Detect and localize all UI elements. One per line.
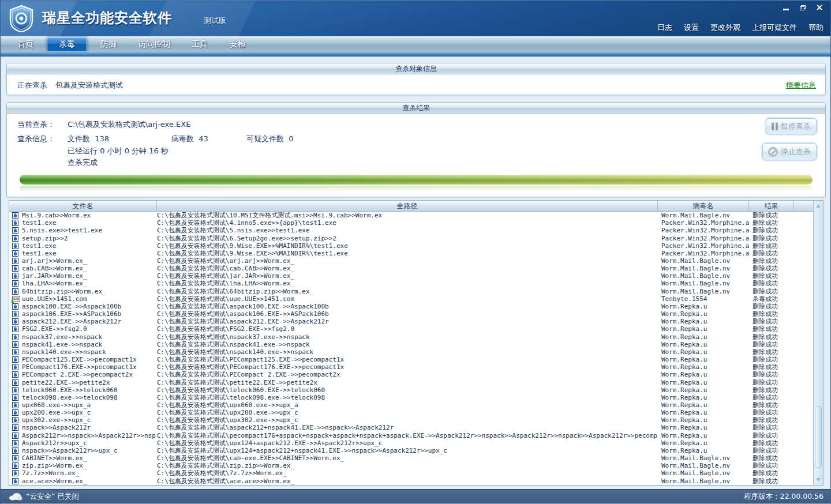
cell-result: 删除成功 (749, 394, 794, 401)
tab-防御[interactable]: 防御 (92, 37, 125, 52)
table-row[interactable]: PECompact176.EXE->>pecompact1x C:\包裹及安装格… (9, 363, 813, 371)
table-row[interactable]: telock098.exe->>telock098 C:\包裹及安装格式测试\t… (9, 394, 813, 401)
column-header-result[interactable]: 结果 (749, 201, 794, 211)
minimize-button[interactable] (780, 3, 792, 12)
tab-安检[interactable]: 安检 (221, 37, 254, 52)
table-row[interactable]: nspack37.exe->>nspack C:\包裹及安装格式测试\nspac… (9, 333, 813, 341)
table-row[interactable]: zip.zip>>Worm.ex_ C:\包裹及安装格式测试\zip.zip>>… (9, 462, 813, 469)
virus-file-icon (12, 303, 18, 310)
cell-virusname: Worm.Mail.Bagle.nv (658, 462, 749, 469)
menu-item-日志[interactable]: 日志 (657, 22, 672, 33)
cell-result: 删除成功 (749, 242, 794, 250)
table-row[interactable]: PECompact125.EXE->>pecompact1x C:\包裹及安装格… (9, 356, 813, 363)
table-row[interactable]: cab.CAB>>Worm.ex_ C:\包裹及安装格式测试\cab.CAB>>… (9, 265, 813, 272)
menu-item-帮助[interactable]: 帮助 (808, 22, 823, 33)
table-row[interactable]: Aspack212r>>nspack>>Aspack212r>>nsp... C… (9, 432, 813, 439)
cell-fullpath: C:\包裹及安装格式测试\upx060.exe->>upx_a (157, 401, 658, 409)
table-row[interactable]: telock060.EXE->>telock060 C:\包裹及安装格式测试\t… (9, 386, 813, 394)
cell-fullpath: C:\包裹及安装格式测试\ace.ace>>Worm.ex_ (157, 477, 658, 485)
cell-result: 删除成功 (749, 318, 794, 325)
cell-fullpath: C:\包裹及安装格式测试\cab.CAB>>Worm.ex_ (157, 265, 658, 272)
table-row[interactable]: test1.exe C:\包裹及安装格式测试\9.Wise.EXE>>%MAIN… (9, 250, 813, 257)
pause-scan-button[interactable]: 暂停查杀 (766, 118, 817, 134)
cell-fullpath: C:\包裹及安装格式测试\upx302.exe->>upx_c (157, 416, 658, 424)
cell-fullpath: C:\包裹及安装格式测试\nspack37.exe->>nspack (157, 333, 658, 341)
cell-result: 删除成功 (749, 469, 794, 477)
cell-filename: 64bitzip.zip>>Worm.ex_ (22, 288, 157, 295)
cell-filename: test1.exe (22, 242, 157, 250)
current-scan-path: C:\包裹及安装格式测试\arj-exe.EXE (68, 119, 190, 130)
cell-filename: ace.ace>>Worm.ex_ (22, 477, 157, 485)
table-row[interactable]: Aspack212r>>upx_c C:\包裹及安装格式测试\upx124+as… (9, 439, 813, 447)
virus-file-icon (12, 379, 18, 386)
table-row[interactable]: CABINET>>Worm.ex_ C:\包裹及安装格式测试\cab-exe.E… (9, 454, 813, 462)
table-row[interactable]: nspack140.exe->>nspack C:\包裹及安装格式测试\nspa… (9, 348, 813, 356)
vertical-scrollbar[interactable] (813, 201, 823, 485)
table-row[interactable]: nspack>>Aspack212r>>upx_c C:\包裹及安装格式测试\u… (9, 447, 813, 454)
virus-file-icon (12, 364, 18, 370)
table-row[interactable]: upx302.exe->>upx_c C:\包裹及安装格式测试\upx302.e… (9, 416, 813, 424)
cell-virusname: Worm.Mail.Bagle.nv (658, 477, 749, 485)
scrollbar-thumb[interactable] (815, 406, 822, 468)
scrollbar-up-button[interactable] (814, 201, 823, 210)
table-row[interactable]: ace.ace>>Worm.ex_ C:\包裹及安装格式测试\ace.ace>>… (9, 477, 813, 484)
table-row[interactable]: setup.zip>>2 C:\包裹及安装格式测试\6.Setup2go.exe… (9, 234, 813, 242)
table-row[interactable]: upx060.exe->>upx_a C:\包裹及安装格式测试\upx060.e… (9, 401, 813, 409)
table-row[interactable]: aspack106.EXE->>ASPack106b C:\包裹及安装格式测试\… (9, 310, 813, 318)
tab-工具[interactable]: 工具 (183, 37, 216, 52)
table-row[interactable]: test1.exe C:\包裹及安装格式测试\4.inno5.exe>>{app… (9, 219, 813, 227)
tab-访问控制[interactable]: 访问控制 (130, 37, 178, 52)
table-row[interactable]: jar.JAR>>Worm.ex_ C:\包裹及安装格式测试\jar.JAR>>… (9, 272, 813, 280)
cell-filename: telock060.EXE->>telock060 (22, 386, 157, 394)
virus-file-icon (12, 243, 18, 249)
table-row[interactable]: 5.nsis.exe>>test1.exe C:\包裹及安装格式测试\5.nsi… (9, 227, 813, 234)
table-row[interactable]: nspack41.exe->>nspack C:\包裹及安装格式测试\nspac… (9, 341, 813, 348)
tab-首页[interactable]: 首页 (9, 37, 42, 52)
table-row[interactable]: aspack212.EXE->>Aspack212r C:\包裹及安装格式测试\… (9, 318, 813, 325)
stop-scan-button[interactable]: 停止查杀 (762, 143, 817, 160)
cell-filename: 7z.7z>>Worm.ex_ (22, 469, 157, 477)
table-row[interactable]: upx200.exe->>upx_c C:\包裹及安装格式测试\upx200.e… (9, 409, 813, 416)
table-row[interactable]: nspack>>Aspack212r C:\包裹及安装格式测试\aspack21… (9, 424, 813, 431)
cell-result: 删除成功 (749, 447, 794, 454)
table-row[interactable]: FSG2.EXE->>fsg2.0 C:\包裹及安装格式测试\FSG2.EXE-… (9, 325, 813, 333)
column-header-virusname[interactable]: 病毒名 (658, 201, 749, 211)
menu-item-设置[interactable]: 设置 (684, 22, 699, 33)
virus-file-icon (12, 265, 18, 272)
tab-杀毒[interactable]: 杀毒 (47, 37, 87, 52)
cell-result: 删除成功 (749, 212, 794, 219)
cell-filename: CABINET>>Worm.ex_ (22, 454, 157, 462)
table-row[interactable]: Msi.9.cab>>Worm.ex C:\包裹及安装格式测试\10.MSI文件… (9, 212, 813, 219)
menu-item-更改外观[interactable]: 更改外观 (710, 22, 740, 33)
cell-filename: aspack106.EXE->>ASPack106b (22, 310, 157, 318)
cell-result: 删除成功 (749, 325, 794, 333)
virus-file-icon (12, 288, 18, 295)
cell-virusname: Worm.Repka.u (658, 333, 749, 341)
cell-fullpath: C:\包裹及安装格式测试\jar.JAR>>Worm.ex_ (157, 272, 658, 280)
cell-virusname: Packer.Win32.Morphine.a (658, 227, 749, 234)
program-version: 程序版本：22.00.00.56 (744, 492, 823, 502)
app-window: 瑞星全功能安全软件 测试版 × 日志 设置 更改外观 上报可疑文件 帮助 首页 … (0, 0, 831, 504)
virus-file-icon (12, 440, 18, 446)
summary-info-link[interactable]: 概要信息 (786, 80, 816, 91)
table-row[interactable]: PECompact 2.EXE->>pecompact2x C:\包裹及安装格式… (9, 371, 813, 378)
table-row[interactable]: lha.LHA>>Worm.ex_ C:\包裹及安装格式测试\lha.LHA>>… (9, 280, 813, 287)
menu-item-上报可疑文件[interactable]: 上报可疑文件 (752, 22, 797, 33)
virus-file-icon (12, 311, 18, 317)
table-row[interactable]: arj.arj>>Worm.ex_ C:\包裹及安装格式测试\arj.arj>>… (9, 257, 813, 265)
scrollbar-down-button[interactable] (814, 475, 823, 484)
close-button[interactable]: × (813, 3, 826, 12)
cell-virusname: Packer.Win32.Morphine.a (658, 242, 749, 250)
table-row[interactable]: 7z.7z>>Worm.ex_ C:\包裹及安装格式测试\7z.7z>>Worm… (9, 469, 813, 477)
column-header-filename[interactable]: 文件名 (9, 201, 157, 211)
column-header-fullpath[interactable]: 全路径 (157, 201, 658, 211)
table-row[interactable]: aspack100.EXE->>Aspack100b C:\包裹及安装格式测试\… (9, 303, 813, 310)
table-row[interactable]: petite22.EXE->>petite2x C:\包裹及安装格式测试\pet… (9, 378, 813, 386)
cell-virusname: Worm.Repka.u (658, 371, 749, 378)
table-row[interactable]: 64bitzip.zip>>Worm.ex_ C:\包裹及安装格式测试\64bi… (9, 288, 813, 295)
table-row[interactable]: EXE uue.UUE>>1451.com C:\包裹及安装格式测试\uue.U… (9, 295, 813, 303)
cell-fullpath: C:\包裹及安装格式测试\upx124+aspack212+nspack41.E… (157, 447, 658, 454)
restore-button[interactable] (796, 3, 809, 12)
cell-fullpath: C:\包裹及安装格式测试\9.Wise.EXE>>%MAINDIR%\test1… (157, 250, 658, 257)
table-row[interactable]: test1.exe C:\包裹及安装格式测试\9.Wise.EXE>>%MAIN… (9, 242, 813, 250)
